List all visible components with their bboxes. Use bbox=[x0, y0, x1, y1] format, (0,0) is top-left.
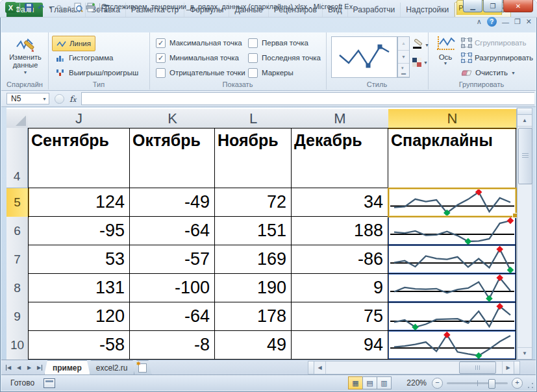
cell-K6[interactable]: -64 bbox=[130, 217, 215, 245]
column-header-J[interactable]: J bbox=[28, 109, 131, 129]
undo-dropdown-icon[interactable]: ▼ bbox=[48, 5, 53, 10]
redo-dropdown-icon[interactable]: ▼ bbox=[67, 5, 71, 10]
print-preview-icon[interactable] bbox=[73, 3, 84, 13]
name-box-dropdown-icon[interactable]: ▼ bbox=[42, 97, 47, 101]
cell-M6[interactable]: 188 bbox=[292, 217, 388, 245]
cell-M8[interactable]: 9 bbox=[292, 274, 388, 302]
cell-K9[interactable]: -64 bbox=[130, 302, 215, 331]
h-scroll-track[interactable] bbox=[326, 361, 502, 374]
scroll-down-icon[interactable]: ▼ bbox=[518, 347, 532, 359]
row-header-7[interactable]: 7 bbox=[6, 245, 29, 275]
h-split-box-right[interactable] bbox=[514, 361, 519, 374]
cell-J8[interactable]: 131 bbox=[28, 274, 130, 302]
sparkline-cell-N10[interactable] bbox=[388, 331, 516, 360]
zoom-thumb[interactable] bbox=[488, 379, 495, 389]
cell-J7[interactable]: 53 bbox=[28, 245, 130, 274]
prev-sheet-icon[interactable]: ◀ bbox=[14, 363, 23, 373]
zoom-out-icon[interactable]: − bbox=[432, 378, 443, 389]
v-scroll-thumb[interactable] bbox=[518, 128, 532, 184]
sparkline-cell-N6[interactable] bbox=[388, 217, 516, 245]
gallery-down-icon[interactable]: ▼ bbox=[398, 51, 409, 64]
vertical-scrollbar[interactable]: ▲ ▼ bbox=[517, 108, 532, 360]
cell-J5[interactable]: 124 bbox=[28, 188, 130, 217]
active-cell-selection[interactable] bbox=[388, 188, 517, 217]
first-sheet-icon[interactable]: ◀ bbox=[4, 363, 13, 373]
insert-worksheet-tab[interactable] bbox=[134, 360, 152, 375]
column-header-M[interactable]: M bbox=[292, 109, 389, 129]
doc-restore-icon[interactable]: ❐ bbox=[514, 18, 521, 26]
save-icon[interactable] bbox=[23, 3, 34, 13]
cell-L7[interactable]: 169 bbox=[215, 245, 292, 274]
name-box[interactable]: N5 ▼ bbox=[6, 93, 49, 104]
page-layout-view-icon[interactable]: ▤ bbox=[362, 376, 377, 389]
next-sheet-icon[interactable]: ▶ bbox=[25, 363, 34, 373]
cell-K5[interactable]: -49 bbox=[130, 188, 215, 217]
help-icon[interactable]: ? bbox=[487, 17, 497, 27]
cell-K7[interactable]: -57 bbox=[130, 245, 215, 274]
sparkline-cell-N9[interactable] bbox=[388, 302, 516, 331]
last-sheet-icon[interactable]: ▶ bbox=[35, 363, 44, 373]
page-break-view-icon[interactable]: ▥ bbox=[377, 376, 392, 389]
column-header-K[interactable]: K bbox=[130, 109, 216, 129]
cell-M9[interactable]: 75 bbox=[292, 302, 388, 331]
row-header-6[interactable]: 6 bbox=[6, 217, 29, 246]
doc-minimize-icon[interactable]: — bbox=[502, 18, 509, 26]
cell-K4[interactable]: Октябрь bbox=[130, 128, 215, 188]
sparkline-cell-N8[interactable] bbox=[388, 274, 516, 302]
row-header-5[interactable]: 5 bbox=[6, 188, 29, 217]
cell-L6[interactable]: 151 bbox=[215, 217, 292, 245]
row-header-9[interactable]: 9 bbox=[6, 302, 29, 332]
cell-L10[interactable]: 49 bbox=[215, 331, 292, 360]
cell-L8[interactable]: 190 bbox=[215, 274, 292, 302]
cell-M4[interactable]: Декабрь bbox=[292, 128, 388, 188]
sparkline-cell-N7[interactable] bbox=[388, 245, 516, 274]
checkbox-last-point[interactable]: Последняя точка bbox=[248, 51, 321, 64]
checkbox-markers[interactable]: Маркеры bbox=[248, 66, 293, 79]
restore-icon[interactable]: ❐ bbox=[483, 0, 503, 12]
checkbox-max-point[interactable]: ✓Максимальная точка bbox=[156, 36, 242, 49]
checkbox-min-point[interactable]: ✓Минимальная точка bbox=[156, 51, 239, 64]
cell-J9[interactable]: 120 bbox=[28, 302, 130, 331]
zoom-in-icon[interactable]: + bbox=[512, 378, 523, 389]
type-line-button[interactable]: Линия bbox=[52, 36, 95, 51]
cell-J6[interactable]: -95 bbox=[28, 217, 130, 245]
fx-icon[interactable]: fx bbox=[69, 94, 76, 104]
redo-icon[interactable]: ↷ bbox=[55, 3, 65, 13]
collapse-ribbon-icon[interactable]: ∧ bbox=[477, 18, 482, 26]
gallery-up-icon[interactable]: ▲ bbox=[398, 37, 409, 51]
cell-M7[interactable]: -86 bbox=[292, 245, 388, 274]
scroll-right-icon[interactable]: ▶ bbox=[502, 361, 514, 374]
cell-J10[interactable]: -58 bbox=[28, 331, 130, 360]
cell-M5[interactable]: 34 bbox=[292, 188, 388, 217]
cell-M10[interactable]: 94 bbox=[292, 331, 388, 360]
ungroup-button[interactable]: Разгруппировать bbox=[462, 51, 533, 65]
doc-close-icon[interactable]: ✕ bbox=[526, 18, 532, 26]
cell-N4[interactable]: Спарклайны bbox=[388, 128, 516, 188]
sheet-tab-primer[interactable]: пример bbox=[44, 360, 90, 375]
edit-data-button[interactable]: Изменить данные ▼ bbox=[8, 35, 43, 79]
type-column-button[interactable]: Гистограмма bbox=[52, 51, 117, 65]
row-header-10[interactable]: 10 bbox=[6, 331, 29, 360]
undo-icon[interactable]: ↶ bbox=[36, 3, 46, 13]
minimize-icon[interactable]: ▁ bbox=[463, 0, 482, 12]
formula-input[interactable] bbox=[81, 92, 534, 105]
v-split-box[interactable] bbox=[518, 108, 532, 115]
sheet-tab-excel2ru[interactable]: excel2.ru bbox=[88, 360, 136, 375]
h-scroll-thumb[interactable] bbox=[459, 361, 496, 374]
horizontal-scrollbar[interactable]: ◀ ▶ bbox=[308, 361, 520, 374]
checkbox-first-point[interactable]: Первая точка bbox=[248, 36, 308, 49]
column-header-N[interactable]: N bbox=[388, 109, 517, 129]
zoom-track[interactable] bbox=[447, 382, 508, 384]
macro-record-icon[interactable] bbox=[44, 378, 55, 388]
quick-print-icon[interactable] bbox=[86, 3, 96, 13]
cell-K10[interactable]: -8 bbox=[130, 331, 215, 360]
axis-button[interactable]: Ось ▼ bbox=[432, 35, 459, 80]
select-all-corner[interactable] bbox=[6, 109, 29, 129]
zoom-level[interactable]: 220% bbox=[406, 378, 427, 387]
checkbox-negative-points[interactable]: Отрицательные точки bbox=[156, 66, 245, 79]
cell-L5[interactable]: 72 bbox=[215, 188, 292, 217]
cell-J4[interactable]: Сентябрь bbox=[28, 128, 130, 188]
scroll-up-icon[interactable]: ▲ bbox=[518, 115, 532, 127]
cell-L4[interactable]: Ноябрь bbox=[215, 128, 292, 188]
resize-grip[interactable] bbox=[527, 382, 534, 389]
